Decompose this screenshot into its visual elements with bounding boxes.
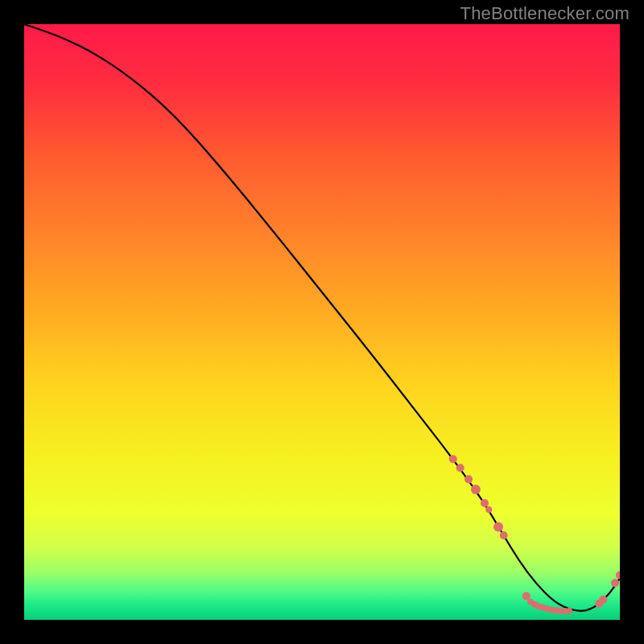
data-point xyxy=(500,531,508,539)
data-point xyxy=(493,522,503,532)
data-point xyxy=(599,596,607,604)
gradient-plot xyxy=(24,24,620,620)
watermark-text: TheBottlenecker.com xyxy=(460,3,630,24)
data-point xyxy=(522,592,530,600)
gradient-background xyxy=(24,24,620,620)
data-point xyxy=(464,475,473,483)
data-point xyxy=(449,455,457,463)
chart-frame: TheBottlenecker.com xyxy=(0,0,644,644)
data-point xyxy=(456,464,464,472)
data-point xyxy=(481,499,489,507)
data-point xyxy=(566,608,572,614)
data-point xyxy=(471,485,481,494)
plot-area xyxy=(24,24,620,620)
data-point xyxy=(611,579,619,587)
data-point xyxy=(485,506,492,513)
